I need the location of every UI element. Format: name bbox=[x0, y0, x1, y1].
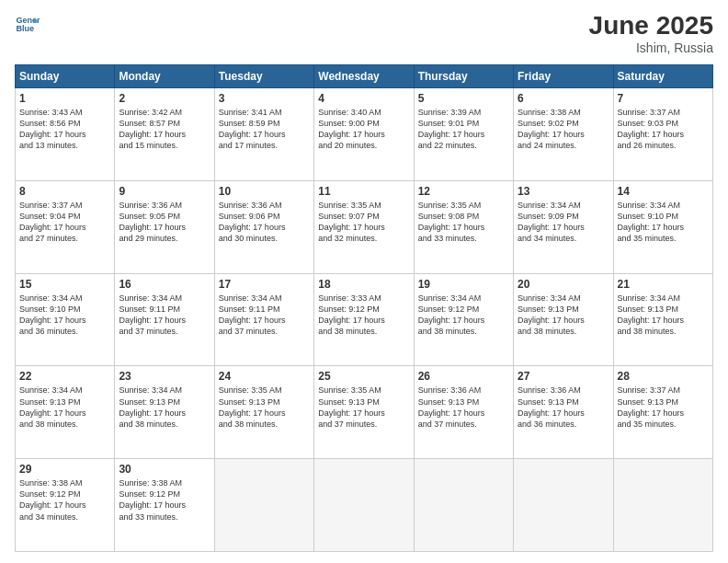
table-row: 19Sunrise: 3:34 AM Sunset: 9:12 PM Dayli… bbox=[414, 273, 513, 366]
table-row: 27Sunrise: 3:36 AM Sunset: 9:13 PM Dayli… bbox=[514, 366, 613, 459]
table-row: 30Sunrise: 3:38 AM Sunset: 9:12 PM Dayli… bbox=[115, 459, 214, 552]
day-number: 24 bbox=[219, 370, 310, 383]
table-row: 29Sunrise: 3:38 AM Sunset: 9:12 PM Dayli… bbox=[16, 459, 115, 552]
title-block: June 2025 Ishim, Russia bbox=[589, 11, 713, 55]
table-row: 18Sunrise: 3:33 AM Sunset: 9:12 PM Dayli… bbox=[314, 273, 414, 366]
header: General Blue June 2025 Ishim, Russia bbox=[15, 11, 713, 55]
logo: General Blue bbox=[15, 11, 40, 37]
table-row: 25Sunrise: 3:35 AM Sunset: 9:13 PM Dayli… bbox=[314, 366, 414, 459]
table-row bbox=[414, 459, 513, 552]
table-row: 4Sunrise: 3:40 AM Sunset: 9:00 PM Daylig… bbox=[314, 88, 414, 181]
svg-text:General: General bbox=[16, 16, 40, 25]
day-info: Sunrise: 3:38 AM Sunset: 9:12 PM Dayligh… bbox=[19, 477, 110, 523]
day-info: Sunrise: 3:36 AM Sunset: 9:13 PM Dayligh… bbox=[418, 385, 509, 430]
day-info: Sunrise: 3:37 AM Sunset: 9:04 PM Dayligh… bbox=[19, 200, 110, 245]
day-number: 20 bbox=[518, 278, 609, 291]
col-sunday: Sunday bbox=[16, 65, 115, 88]
day-number: 21 bbox=[618, 278, 709, 291]
location-subtitle: Ishim, Russia bbox=[589, 40, 713, 55]
day-number: 28 bbox=[618, 370, 709, 383]
calendar-table: Sunday Monday Tuesday Wednesday Thursday… bbox=[15, 64, 713, 552]
table-row: 26Sunrise: 3:36 AM Sunset: 9:13 PM Dayli… bbox=[414, 366, 513, 459]
day-info: Sunrise: 3:42 AM Sunset: 8:57 PM Dayligh… bbox=[119, 107, 210, 152]
day-info: Sunrise: 3:34 AM Sunset: 9:11 PM Dayligh… bbox=[119, 293, 210, 338]
day-number: 17 bbox=[219, 278, 310, 291]
table-row: 16Sunrise: 3:34 AM Sunset: 9:11 PM Dayli… bbox=[115, 273, 214, 366]
day-number: 5 bbox=[418, 92, 509, 105]
table-row bbox=[214, 459, 313, 552]
table-row: 3Sunrise: 3:41 AM Sunset: 8:59 PM Daylig… bbox=[214, 88, 313, 181]
day-info: Sunrise: 3:37 AM Sunset: 9:03 PM Dayligh… bbox=[618, 107, 709, 152]
table-row bbox=[314, 459, 414, 552]
day-number: 1 bbox=[19, 92, 110, 105]
logo-icon: General Blue bbox=[15, 11, 40, 37]
table-row: 11Sunrise: 3:35 AM Sunset: 9:07 PM Dayli… bbox=[314, 180, 414, 273]
day-number: 16 bbox=[119, 278, 210, 291]
day-info: Sunrise: 3:40 AM Sunset: 9:00 PM Dayligh… bbox=[318, 107, 409, 152]
col-thursday: Thursday bbox=[414, 65, 513, 88]
day-number: 12 bbox=[418, 185, 509, 198]
table-row: 5Sunrise: 3:39 AM Sunset: 9:01 PM Daylig… bbox=[414, 88, 513, 181]
day-number: 30 bbox=[119, 463, 210, 476]
calendar-week-row: 8Sunrise: 3:37 AM Sunset: 9:04 PM Daylig… bbox=[16, 180, 713, 273]
day-info: Sunrise: 3:35 AM Sunset: 9:13 PM Dayligh… bbox=[219, 385, 310, 430]
day-number: 3 bbox=[219, 92, 310, 105]
svg-text:Blue: Blue bbox=[16, 24, 34, 33]
calendar-header-row: Sunday Monday Tuesday Wednesday Thursday… bbox=[16, 65, 713, 88]
table-row: 1Sunrise: 3:43 AM Sunset: 8:56 PM Daylig… bbox=[16, 88, 115, 181]
day-number: 29 bbox=[19, 463, 110, 476]
day-number: 22 bbox=[19, 370, 110, 383]
table-row: 21Sunrise: 3:34 AM Sunset: 9:13 PM Dayli… bbox=[613, 273, 712, 366]
day-info: Sunrise: 3:43 AM Sunset: 8:56 PM Dayligh… bbox=[19, 107, 110, 152]
day-number: 10 bbox=[219, 185, 310, 198]
calendar-week-row: 1Sunrise: 3:43 AM Sunset: 8:56 PM Daylig… bbox=[16, 88, 713, 181]
day-info: Sunrise: 3:34 AM Sunset: 9:13 PM Dayligh… bbox=[19, 385, 110, 430]
table-row: 22Sunrise: 3:34 AM Sunset: 9:13 PM Dayli… bbox=[16, 366, 115, 459]
table-row: 17Sunrise: 3:34 AM Sunset: 9:11 PM Dayli… bbox=[214, 273, 313, 366]
day-info: Sunrise: 3:37 AM Sunset: 9:13 PM Dayligh… bbox=[618, 385, 709, 430]
day-info: Sunrise: 3:39 AM Sunset: 9:01 PM Dayligh… bbox=[418, 107, 509, 152]
day-info: Sunrise: 3:36 AM Sunset: 9:13 PM Dayligh… bbox=[518, 385, 609, 430]
day-number: 19 bbox=[418, 278, 509, 291]
month-year-title: June 2025 bbox=[589, 11, 713, 40]
day-info: Sunrise: 3:34 AM Sunset: 9:09 PM Dayligh… bbox=[518, 200, 609, 245]
day-info: Sunrise: 3:34 AM Sunset: 9:10 PM Dayligh… bbox=[19, 293, 110, 338]
calendar-week-row: 15Sunrise: 3:34 AM Sunset: 9:10 PM Dayli… bbox=[16, 273, 713, 366]
table-row: 20Sunrise: 3:34 AM Sunset: 9:13 PM Dayli… bbox=[514, 273, 613, 366]
col-saturday: Saturday bbox=[613, 65, 712, 88]
day-number: 11 bbox=[318, 185, 409, 198]
day-number: 2 bbox=[119, 92, 210, 105]
table-row: 7Sunrise: 3:37 AM Sunset: 9:03 PM Daylig… bbox=[613, 88, 712, 181]
col-tuesday: Tuesday bbox=[214, 65, 313, 88]
table-row: 2Sunrise: 3:42 AM Sunset: 8:57 PM Daylig… bbox=[115, 88, 214, 181]
day-info: Sunrise: 3:36 AM Sunset: 9:06 PM Dayligh… bbox=[219, 200, 310, 245]
day-number: 9 bbox=[119, 185, 210, 198]
col-wednesday: Wednesday bbox=[314, 65, 414, 88]
calendar-week-row: 29Sunrise: 3:38 AM Sunset: 9:12 PM Dayli… bbox=[16, 459, 713, 552]
day-info: Sunrise: 3:34 AM Sunset: 9:13 PM Dayligh… bbox=[618, 293, 709, 338]
day-info: Sunrise: 3:34 AM Sunset: 9:13 PM Dayligh… bbox=[119, 385, 210, 430]
day-info: Sunrise: 3:34 AM Sunset: 9:11 PM Dayligh… bbox=[219, 293, 310, 338]
table-row: 28Sunrise: 3:37 AM Sunset: 9:13 PM Dayli… bbox=[613, 366, 712, 459]
day-number: 8 bbox=[19, 185, 110, 198]
day-info: Sunrise: 3:35 AM Sunset: 9:08 PM Dayligh… bbox=[418, 200, 509, 245]
day-number: 7 bbox=[618, 92, 709, 105]
day-info: Sunrise: 3:41 AM Sunset: 8:59 PM Dayligh… bbox=[219, 107, 310, 152]
day-info: Sunrise: 3:35 AM Sunset: 9:13 PM Dayligh… bbox=[318, 385, 409, 430]
day-info: Sunrise: 3:33 AM Sunset: 9:12 PM Dayligh… bbox=[318, 293, 409, 338]
day-number: 6 bbox=[518, 92, 609, 105]
day-number: 13 bbox=[518, 185, 609, 198]
table-row: 9Sunrise: 3:36 AM Sunset: 9:05 PM Daylig… bbox=[115, 180, 214, 273]
table-row: 10Sunrise: 3:36 AM Sunset: 9:06 PM Dayli… bbox=[214, 180, 313, 273]
table-row: 13Sunrise: 3:34 AM Sunset: 9:09 PM Dayli… bbox=[514, 180, 613, 273]
table-row bbox=[613, 459, 712, 552]
table-row: 15Sunrise: 3:34 AM Sunset: 9:10 PM Dayli… bbox=[16, 273, 115, 366]
day-info: Sunrise: 3:35 AM Sunset: 9:07 PM Dayligh… bbox=[318, 200, 409, 245]
day-info: Sunrise: 3:34 AM Sunset: 9:12 PM Dayligh… bbox=[418, 293, 509, 338]
day-number: 15 bbox=[19, 278, 110, 291]
day-info: Sunrise: 3:36 AM Sunset: 9:05 PM Dayligh… bbox=[119, 200, 210, 245]
day-info: Sunrise: 3:38 AM Sunset: 9:02 PM Dayligh… bbox=[518, 107, 609, 152]
day-info: Sunrise: 3:34 AM Sunset: 9:13 PM Dayligh… bbox=[518, 293, 609, 338]
day-info: Sunrise: 3:38 AM Sunset: 9:12 PM Dayligh… bbox=[119, 477, 210, 523]
col-friday: Friday bbox=[514, 65, 613, 88]
